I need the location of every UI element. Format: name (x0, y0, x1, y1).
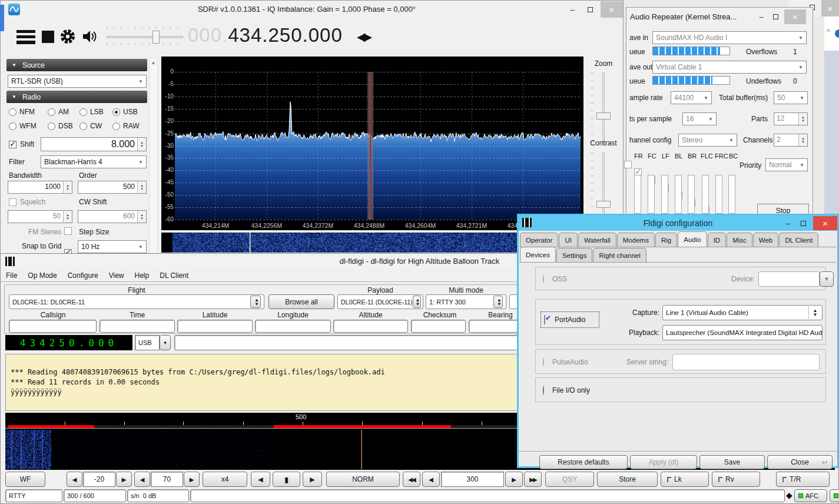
reverse-button[interactable]: Rv (712, 472, 760, 487)
fragment-close-button[interactable]: × (821, 0, 839, 16)
total-buffer-combo[interactable]: 50▼ (774, 91, 808, 104)
audio-repeater-restore-button[interactable] (769, 10, 782, 23)
menu-file[interactable]: File (1, 270, 22, 281)
menu-icon[interactable] (16, 30, 35, 44)
server-string-input[interactable] (672, 354, 820, 370)
multimode-combo[interactable]: 1: RTTY 300 ▲▼ (426, 294, 506, 309)
zoom-slider-track[interactable] (602, 72, 605, 142)
step-size-combo[interactable]: 10 Hz▼ (78, 240, 147, 253)
tab-rig[interactable]: Rig (655, 233, 677, 247)
store-button[interactable]: Store (597, 472, 658, 487)
fldigi-config-titlebar[interactable]: Fldigi configuration – × (519, 215, 837, 231)
scroll-up-icon[interactable]: ▲ (150, 58, 157, 65)
capture-combo[interactable]: Line 1 (Virtual Audio Cable) ▲▼ (662, 305, 823, 320)
tab-dl-client[interactable]: DL Client (779, 233, 818, 247)
volume-slider-thumb[interactable] (152, 31, 160, 44)
wf-fft-toggle-button[interactable]: WF (5, 472, 45, 487)
channel-slider-1[interactable] (634, 175, 641, 214)
shift-checkbox[interactable]: Shift (9, 140, 34, 148)
order-spinner[interactable]: 500▲▼ (78, 181, 147, 194)
speaker-channel-checkbox-partial[interactable] (624, 161, 632, 168)
frequency-step-arrows-icon[interactable]: ◀▶ (357, 30, 370, 44)
subtab-settings[interactable]: Settings (556, 248, 593, 262)
wf-norm-button[interactable]: NORM (326, 472, 400, 487)
volume-speaker-icon[interactable] (82, 28, 100, 47)
mode-radio-am[interactable]: AM (48, 108, 69, 116)
frequency-lcd[interactable]: 434250.000 (5, 335, 132, 350)
sdrsharp-maximize-button[interactable] (582, 2, 598, 17)
wf-high-left-arrow-button[interactable]: ◀ (134, 472, 150, 487)
wf-low-right-arrow-button[interactable]: ▶ (116, 472, 132, 487)
wf-low-value-field[interactable]: -20 (83, 472, 115, 487)
wave-out-combo[interactable]: Virtual Cable 1▼ (652, 61, 807, 74)
frequency-display[interactable]: 000.434.250.000 (188, 24, 343, 47)
fldigi-config-minimize-button[interactable]: – (781, 217, 794, 230)
source-section-header[interactable]: ▼ Source (6, 59, 147, 71)
menu-configure[interactable]: Configure (62, 270, 104, 281)
oss-device-dropdown-button[interactable]: ▼ (820, 271, 834, 287)
menu-op-mode[interactable]: Op Mode (22, 270, 62, 281)
mode-radio-usb[interactable]: USB (112, 108, 138, 116)
fldigi-config-close-button[interactable]: × (813, 216, 837, 230)
sdrsharp-close-button[interactable]: × (601, 1, 623, 18)
menu-help[interactable]: Help (130, 270, 155, 281)
wf-shift-right-button[interactable]: ▶ (303, 472, 322, 487)
wave-in-combo[interactable]: SoundMAX HD Audio I▼ (652, 31, 807, 44)
fileio-radio[interactable] (543, 386, 544, 395)
channel-slider-5[interactable] (688, 175, 695, 214)
wf-high-right-arrow-button[interactable]: ▶ (184, 472, 200, 487)
shift-spinner[interactable]: 8.000 ▲▼ (41, 137, 147, 151)
field-altitude[interactable] (333, 320, 408, 333)
channel-slider-3[interactable] (661, 175, 668, 214)
sideband-dropdown-button[interactable]: ▼ (160, 335, 171, 350)
rf-spectrum[interactable]: 0-5-10-15-20-25-30-35-40-45-50-55-60434,… (161, 57, 583, 230)
sample-rate-combo[interactable]: 44100▼ (671, 91, 712, 104)
stop-icon[interactable] (42, 31, 54, 43)
save-button[interactable]: Save (699, 455, 765, 469)
tab-web[interactable]: Web (753, 233, 778, 247)
wf-zoom-button[interactable]: x4 (203, 472, 247, 487)
carrier-fastforward-button[interactable]: ▶▶ (524, 472, 542, 487)
wf-shift-left-button[interactable]: ◀ (251, 472, 270, 487)
carrier-value-field[interactable]: 300 (441, 472, 504, 487)
qsy-button[interactable]: QSY (545, 472, 594, 487)
apply-button[interactable]: Apply (dl) (630, 455, 697, 469)
tab-audio[interactable]: Audio (678, 231, 707, 247)
tab-waterfall[interactable]: Waterfall (578, 233, 616, 247)
field-checksum[interactable] (411, 320, 466, 333)
carrier-right-button[interactable]: ▶ (505, 472, 523, 487)
tab-operator[interactable]: Operator (520, 233, 558, 247)
fldigi-config-maximize-button[interactable] (797, 217, 810, 230)
rf-spectrum-canvas[interactable] (161, 57, 583, 230)
channel-config-combo[interactable]: Stereo▼ (678, 134, 737, 147)
restore-defaults-button[interactable]: Restore defaults (539, 455, 628, 469)
filter-combo[interactable]: Blackman-Harris 4 ▼ (41, 155, 147, 168)
carrier-left-button[interactable]: ◀ (422, 472, 440, 487)
wf-low-left-arrow-button[interactable]: ◀ (67, 472, 82, 487)
mode-radio-raw[interactable]: RAW (112, 122, 140, 130)
field-latitude[interactable] (177, 320, 253, 333)
sideband-combo[interactable]: USB (135, 335, 160, 350)
subtab-right-channel[interactable]: Right channel (593, 248, 646, 262)
field-time[interactable] (100, 320, 175, 333)
close-button[interactable]: Close ↵ (767, 455, 833, 469)
priority-combo[interactable]: Normal▼ (765, 158, 808, 171)
sdrsharp-titlebar[interactable]: SDR# v1.0.0.1361 - IQ Imbalance: Gain = … (1, 1, 623, 18)
mode-radio-cw[interactable]: CW (79, 122, 102, 130)
sql-toggle-button[interactable]: SQL (830, 489, 839, 502)
channel-slider-4[interactable] (675, 175, 682, 214)
bits-per-sample-combo[interactable]: 16▼ (682, 112, 717, 125)
oss-device-combo[interactable] (758, 271, 820, 287)
audio-repeater-minimize-button[interactable]: – (755, 10, 768, 23)
settings-gear-icon[interactable] (59, 28, 76, 47)
lock-button[interactable]: Lk (661, 472, 709, 487)
status-shift-box[interactable]: 300 / 600 (64, 489, 126, 502)
volume-slider-track[interactable] (107, 36, 183, 38)
channel-slider-8[interactable] (728, 175, 735, 214)
cw-shift-spinner[interactable]: 600▲▼ (78, 210, 147, 223)
tab-modems[interactable]: Modems (617, 233, 655, 247)
flight-combo[interactable]: DL0CRE-11: DL0CRE-11 ▲▼ (9, 294, 264, 309)
mode-radio-wfm[interactable]: WFM (9, 122, 37, 130)
sdrsharp-minimize-button[interactable]: – (565, 2, 580, 17)
bandwidth-spinner[interactable]: 1000▲▼ (8, 181, 72, 194)
